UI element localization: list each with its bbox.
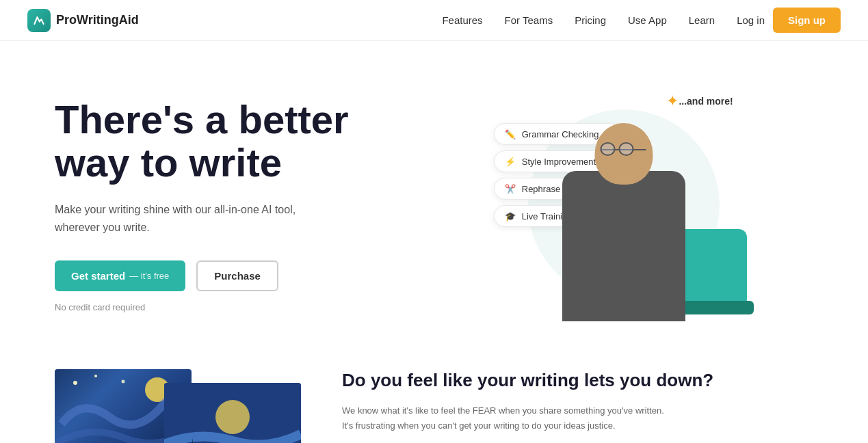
hero-buttons: Get started — it's free Purchase [55, 260, 434, 291]
svg-point-2 [94, 375, 97, 377]
lower-image-area: My idea in my head [55, 369, 287, 443]
nav-links: Features For Teams Pricing Use App Learn [442, 14, 715, 26]
get-started-button[interactable]: Get started — it's free [55, 260, 185, 291]
lower-section: My idea in my head Do you feel like your… [0, 355, 868, 443]
sparkle-icon: ✦ [666, 92, 679, 110]
painting-2 [164, 383, 301, 443]
person-head [594, 123, 653, 185]
nav-pricing[interactable]: Pricing [575, 14, 606, 26]
grammar-icon: ✏️ [504, 128, 516, 140]
hero-title: There's a better way to write [55, 98, 434, 185]
cta-free-tag: — it's free [129, 271, 169, 281]
hero-illustration: ✦ ...and more! ✏️ Grammar Checking ⚡ Sty… [494, 89, 754, 321]
training-icon: 🎓 [504, 210, 516, 222]
and-more-text: ...and more! [679, 96, 733, 107]
person-figure [555, 123, 692, 321]
nav-use-app[interactable]: Use App [628, 14, 667, 26]
hero-subtitle: Make your writing shine with our all-in-… [55, 201, 342, 236]
hero-section: There's a better way to write Make your … [0, 41, 868, 355]
nav-features[interactable]: Features [442, 14, 482, 26]
signup-button[interactable]: Sign up [773, 8, 841, 33]
lower-title: Do you feel like your writing lets you d… [342, 369, 813, 392]
svg-point-5 [215, 400, 250, 434]
lower-text: Do you feel like your writing lets you d… [342, 369, 813, 433]
navbar: ProWritingAid Features For Teams Pricing… [0, 0, 868, 41]
lower-body: We know what it's like to feel the FEAR … [342, 403, 670, 433]
rephrase-icon: ✂️ [504, 183, 516, 195]
cta-label: Get started [71, 270, 125, 282]
purchase-button[interactable]: Purchase [196, 260, 278, 291]
person-body [562, 171, 685, 321]
hero-left: There's a better way to write Make your … [55, 98, 434, 313]
style-icon: ⚡ [504, 155, 516, 167]
nav-for-teams[interactable]: For Teams [505, 14, 553, 26]
svg-point-1 [73, 381, 77, 385]
no-credit-text: No credit card required [55, 302, 434, 312]
hero-right: ✦ ...and more! ✏️ Grammar Checking ⚡ Sty… [434, 82, 814, 328]
login-button[interactable]: Log in [737, 14, 765, 26]
nav-learn[interactable]: Learn [689, 14, 715, 26]
logo-link[interactable]: ProWritingAid [27, 9, 139, 32]
logo-text: ProWritingAid [56, 13, 139, 27]
logo-icon [27, 9, 51, 32]
svg-point-3 [122, 380, 125, 384]
